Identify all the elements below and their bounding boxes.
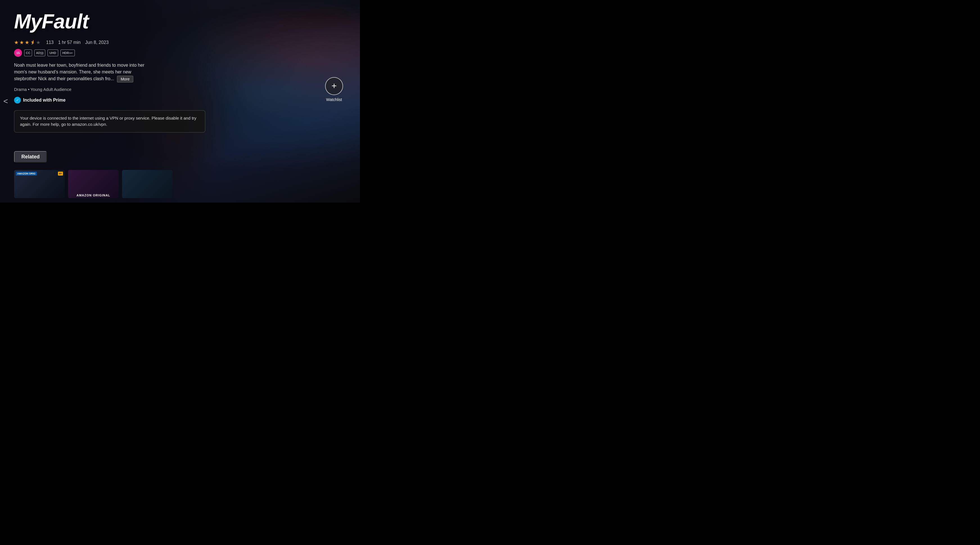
bottom-bar: Related AMAZON ORIG 4+ AMAZON ORIGINAL: [0, 151, 360, 202]
back-arrow[interactable]: <: [3, 97, 8, 106]
badges-row: 15 CC AD))) UHD HDR10+: [14, 49, 346, 57]
meta-row: ★ ★ ★ ⯨ ★ 113 1 hr 57 min Jun 8, 2023: [14, 40, 346, 46]
rating-count: 113: [46, 40, 54, 45]
star-half: ⯨: [30, 40, 35, 46]
release-date: Jun 8, 2023: [85, 40, 109, 45]
amazon-original-badge-1: AMAZON ORIG: [16, 172, 37, 175]
description: Noah must leave her town, boyfriend and …: [14, 62, 149, 83]
watchlist-label: Watchlist: [326, 97, 342, 102]
prime-check-icon: ✓: [14, 97, 21, 104]
star-2: ★: [19, 40, 24, 46]
star-1: ★: [14, 40, 19, 46]
genres: Drama • Young Adult Audience: [14, 87, 346, 92]
watchlist-button[interactable]: + Watchlist: [325, 77, 343, 102]
watchlist-plus-icon: +: [325, 77, 343, 95]
related-button[interactable]: Related: [14, 151, 47, 163]
prime-label: Included with Prime: [23, 98, 65, 103]
rating-badge-1: 4+: [58, 172, 63, 175]
more-button[interactable]: More: [117, 76, 133, 83]
audio-description-badge: AD))): [34, 49, 45, 56]
movie-title: MyFault: [14, 11, 346, 32]
age-rating-badge: 15: [14, 49, 22, 57]
subtitle-badge: CC: [24, 49, 32, 56]
thumbnails-row: AMAZON ORIG 4+ AMAZON ORIGINAL: [14, 170, 346, 198]
star-empty: ★: [36, 40, 40, 46]
prime-badge: ✓ Included with Prime: [14, 97, 346, 104]
hdr-badge: HDR10+: [60, 49, 75, 56]
amazon-original-label: AMAZON ORIGINAL: [68, 194, 119, 197]
vpn-notice: Your device is connected to the internet…: [14, 110, 205, 132]
uhd-badge: UHD: [48, 49, 58, 56]
thumbnail-3[interactable]: [122, 170, 173, 198]
star-rating: ★ ★ ★ ⯨ ★: [14, 40, 40, 46]
thumbnail-2[interactable]: AMAZON ORIGINAL: [68, 170, 119, 198]
duration: 1 hr 57 min: [58, 40, 81, 45]
star-3: ★: [25, 40, 29, 46]
thumbnail-1[interactable]: AMAZON ORIG 4+: [14, 170, 65, 198]
